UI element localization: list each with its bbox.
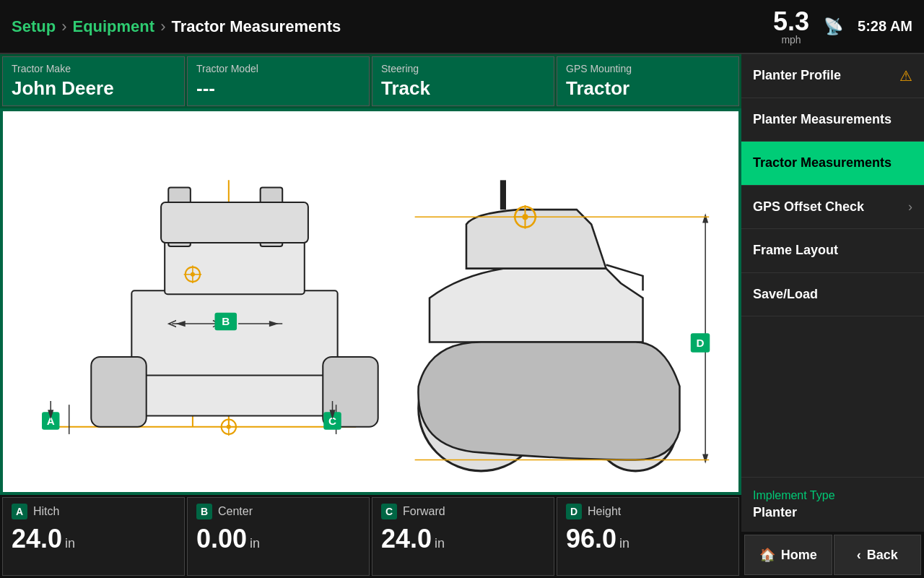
meas-center-name: Center <box>218 505 253 518</box>
info-tractor-model[interactable]: Tractor Model --- <box>187 56 370 106</box>
left-panel: Tractor Make John Deere Tractor Model --… <box>0 54 741 578</box>
info-steering-label: Steering <box>381 63 545 74</box>
meas-hitch-value: 24.0 <box>12 524 62 554</box>
breadcrumb-current: Tractor Measurements <box>171 17 341 36</box>
meas-height-value-row: 96.0 in <box>566 524 730 554</box>
chevron-right-icon: › <box>908 199 912 215</box>
info-gps-mounting-label: GPS Mounting <box>566 63 730 74</box>
meas-hitch-header: A Hitch <box>12 504 175 519</box>
info-gps-mounting[interactable]: GPS Mounting Tractor <box>557 56 739 106</box>
meas-hitch[interactable]: A Hitch 24.0 in <box>2 497 185 576</box>
back-button[interactable]: ‹ Back <box>834 535 922 575</box>
speed-block: 5.3 mph <box>773 9 809 45</box>
svg-rect-5 <box>165 239 305 294</box>
meas-center-badge: B <box>196 504 212 519</box>
sidebar-tractor-measurements-label: Tractor Measurements <box>753 155 892 171</box>
info-gps-mounting-value: Tractor <box>566 77 730 100</box>
svg-rect-9 <box>91 357 146 427</box>
info-bar: Tractor Make John Deere Tractor Model --… <box>0 54 741 108</box>
info-tractor-make-value: John Deere <box>12 77 175 100</box>
meas-forward-unit: in <box>435 536 445 551</box>
main-content: Tractor Make John Deere Tractor Model --… <box>0 54 924 578</box>
meas-height-value: 96.0 <box>566 524 616 554</box>
svg-text:D: D <box>696 337 704 349</box>
breadcrumb-sep1: › <box>61 17 66 36</box>
meas-hitch-value-row: 24.0 in <box>12 524 175 554</box>
sidebar-item-save-load[interactable]: Save/Load <box>741 273 924 316</box>
sidebar-item-tractor-measurements[interactable]: Tractor Measurements <box>741 142 924 185</box>
tractor-diagram-svg: B A C <box>3 111 738 492</box>
sidebar-spacer <box>741 316 924 477</box>
meas-height-unit: in <box>619 536 629 551</box>
home-button[interactable]: 🏠 Home <box>744 535 832 575</box>
meas-forward[interactable]: C Forward 24.0 in <box>372 497 554 576</box>
sidebar-item-frame-layout[interactable]: Frame Layout <box>741 229 924 272</box>
meas-forward-value: 24.0 <box>381 524 432 554</box>
meas-center-value: 0.00 <box>196 524 247 554</box>
home-label: Home <box>781 548 817 563</box>
info-steering-value: Track <box>381 77 545 100</box>
meas-height-badge: D <box>566 504 582 519</box>
breadcrumb-setup[interactable]: Setup <box>12 17 56 36</box>
meas-height-header: D Height <box>566 504 730 519</box>
warning-icon: ⚠ <box>899 67 912 85</box>
implement-type-value: Planter <box>753 505 912 520</box>
meas-center-header: B Center <box>196 504 360 519</box>
sidebar-save-load-label: Save/Load <box>753 286 818 303</box>
meas-center[interactable]: B Center 0.00 in <box>187 497 370 576</box>
breadcrumb-equipment[interactable]: Equipment <box>72 17 154 36</box>
implement-type-label: Implement Type <box>753 489 912 502</box>
header-right: 5.3 mph 📡 5:28 AM <box>773 9 912 45</box>
sidebar-item-planter-measurements[interactable]: Planter Measurements <box>741 98 924 142</box>
right-sidebar: Planter Profile ⚠ Planter Measurements T… <box>741 54 924 578</box>
measurements-bar: A Hitch 24.0 in B Center 0.00 in <box>0 495 741 578</box>
svg-rect-8 <box>161 202 308 243</box>
svg-text:B: B <box>222 315 230 327</box>
home-icon: 🏠 <box>759 547 775 563</box>
time-display: 5:28 AM <box>858 18 912 35</box>
meas-forward-header: C Forward <box>381 504 545 519</box>
speed-value: 5.3 <box>773 9 809 35</box>
meas-hitch-name: Hitch <box>33 505 59 518</box>
info-steering[interactable]: Steering Track <box>372 56 554 106</box>
breadcrumb: Setup › Equipment › Tractor Measurements <box>12 17 341 36</box>
sidebar-frame-layout-label: Frame Layout <box>753 242 838 259</box>
info-tractor-model-value: --- <box>196 77 360 100</box>
sidebar-item-planter-profile[interactable]: Planter Profile ⚠ <box>741 54 924 98</box>
meas-center-value-row: 0.00 in <box>196 524 360 554</box>
back-icon: ‹ <box>857 548 861 563</box>
meas-height-name: Height <box>588 505 621 518</box>
meas-hitch-badge: A <box>12 504 27 519</box>
sidebar-planter-profile-label: Planter Profile <box>753 67 841 84</box>
header: Setup › Equipment › Tractor Measurements… <box>0 0 924 54</box>
sidebar-gps-offset-label: GPS Offset Check <box>753 199 864 215</box>
implement-block: Implement Type Planter <box>741 477 924 532</box>
breadcrumb-sep2: › <box>160 17 165 36</box>
meas-forward-value-row: 24.0 in <box>381 524 545 554</box>
svg-marker-45 <box>702 213 708 223</box>
svg-rect-3 <box>117 371 352 415</box>
sidebar-item-gps-offset-check[interactable]: GPS Offset Check › <box>741 186 924 229</box>
back-label: Back <box>867 548 898 563</box>
meas-hitch-unit: in <box>65 536 75 551</box>
meas-forward-name: Forward <box>403 505 445 518</box>
svg-rect-4 <box>131 290 337 375</box>
meas-height[interactable]: D Height 96.0 in <box>557 497 739 576</box>
info-tractor-make[interactable]: Tractor Make John Deere <box>2 56 185 106</box>
info-tractor-model-label: Tractor Model <box>196 63 360 74</box>
speed-unit: mph <box>773 35 809 45</box>
bottom-buttons: 🏠 Home ‹ Back <box>741 532 924 578</box>
info-tractor-make-label: Tractor Make <box>12 63 175 74</box>
sidebar-planter-measurements-label: Planter Measurements <box>753 111 892 128</box>
signal-icon: 📡 <box>824 17 843 36</box>
meas-forward-badge: C <box>381 504 397 519</box>
meas-center-unit: in <box>250 536 260 551</box>
diagram-area: B A C <box>3 111 738 492</box>
svg-marker-46 <box>702 454 708 463</box>
